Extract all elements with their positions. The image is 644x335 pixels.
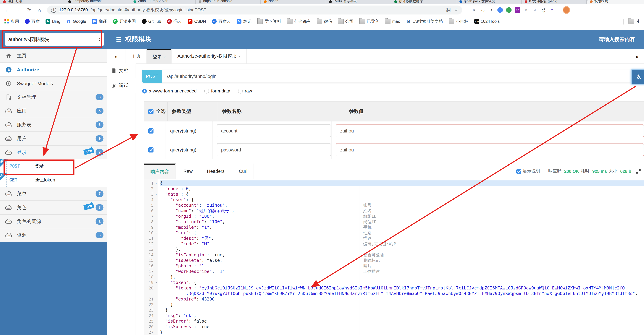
sidebar-endpoint-get[interactable]: NEWGET验证token — [0, 173, 107, 187]
bookmark-item[interactable]: 小目标 — [449, 18, 468, 24]
bookmark-overflow[interactable]: 其 — [623, 18, 640, 24]
tab-curl[interactable]: Curl — [233, 164, 254, 179]
line-number[interactable]: 3▾ — [144, 192, 158, 197]
profile-avatar[interactable] — [562, 6, 570, 14]
tab-response-content[interactable]: 响应内容 — [144, 164, 176, 179]
tab-debug[interactable]: 调试 — [107, 78, 140, 93]
line-number[interactable]: 18 — [144, 274, 158, 280]
radio-form-data[interactable]: form-data — [204, 88, 230, 94]
reload-icon[interactable]: ⟳ — [26, 7, 32, 13]
bookmark-item[interactable]: GitHub — [142, 19, 161, 24]
browser-tab[interactable]: Redis 命令参考 — [326, 0, 391, 4]
line-number[interactable]: 16 — [144, 263, 158, 269]
bookmark-item[interactable]: 微信 — [317, 18, 332, 24]
bookmark-item[interactable]: CCSDN — [188, 19, 206, 24]
down-arrow-extension-icon[interactable]: M — [532, 7, 538, 13]
fold-caret-icon[interactable]: ▾ — [156, 280, 157, 286]
bookmark-item[interactable]: bBing — [46, 19, 60, 24]
bookmark-item[interactable]: 应用 — [4, 18, 19, 24]
line-number[interactable]: 5 — [144, 202, 158, 208]
send-button[interactable]: 发 — [631, 69, 644, 84]
line-number[interactable]: 4▾ — [144, 197, 158, 202]
home-icon[interactable]: ⌂ — [36, 7, 42, 13]
bookmark-item[interactable]: C开源中国 — [112, 18, 136, 24]
tab-headers[interactable]: Headers — [201, 164, 231, 179]
browser-tab[interactable]: Temporary Interacti — [65, 0, 130, 4]
fold-caret-icon[interactable]: ▾ — [156, 197, 157, 203]
show-description-checkbox[interactable] — [516, 169, 521, 174]
row-checkbox[interactable] — [148, 128, 154, 133]
bookmark-item[interactable]: 百度 — [25, 18, 40, 24]
sidebar-item-swagger-models[interactable]: Swagger Models — [0, 76, 107, 90]
sidebar-item-资源[interactable]: 资源6 — [0, 228, 107, 242]
translate-icon[interactable]: 翻 — [446, 7, 451, 13]
site-info-icon[interactable]: i — [51, 8, 56, 12]
tab-raw[interactable]: Raw — [177, 164, 199, 179]
line-number[interactable]: 24 — [144, 313, 158, 318]
sidebar-item-服务表[interactable]: 服务表6 — [0, 118, 107, 132]
search-input[interactable]: 请输入搜索内容 — [599, 36, 635, 42]
sidebar-item-菜单[interactable]: 菜单7 — [0, 187, 107, 201]
bookmark-item[interactable]: ✎笔记 — [237, 18, 252, 24]
line-number[interactable]: 14 — [144, 252, 158, 258]
radio-x-www-form-urlencoded[interactable]: x-www-form-urlencoded — [142, 88, 196, 94]
bookmark-item[interactable]: GGoogle — [66, 19, 86, 24]
param-name-input[interactable]: password — [216, 143, 331, 156]
expand-tabs-icon[interactable]: » — [630, 49, 644, 64]
translate-en-extension-icon[interactable]: 英 — [489, 7, 494, 13]
line-number[interactable]: 23 — [144, 308, 158, 313]
param-value-input[interactable]: zuihou — [336, 143, 644, 156]
brackets-extension-icon[interactable]: {..} — [480, 7, 486, 13]
bookmark-item[interactable]: G码云 — [167, 18, 182, 24]
radio-raw[interactable]: raw — [238, 88, 252, 94]
forward-icon[interactable]: → — [15, 7, 21, 13]
bookmark-item[interactable]: 10 241024Tools — [474, 19, 500, 24]
page-extension-icon[interactable]: ▣ — [472, 7, 477, 13]
fold-caret-icon[interactable]: ▾ — [156, 230, 157, 236]
sidebar-item-文档管理[interactable]: 文档管理3 — [0, 90, 107, 104]
sidebar-endpoint-post[interactable]: NEWPOST登录 — [0, 160, 107, 173]
workspace-tab[interactable]: 登录× — [146, 49, 172, 64]
line-number[interactable] — [144, 291, 158, 296]
browser-tab[interactable]: 积分参数数据库 — [391, 0, 456, 4]
pinwheel-extension-icon[interactable]: ✻ — [549, 7, 555, 13]
sidebar-item-authorize[interactable]: Authorize — [0, 63, 107, 76]
line-number[interactable]: 25 — [144, 318, 158, 324]
gitzip-extension-icon[interactable]: Git zip — [540, 7, 546, 13]
sidebar-item-登录[interactable]: 登录NEW2 — [0, 146, 107, 160]
workspace-tab[interactable]: Authorize-authority-权限模块× — [172, 49, 247, 64]
sidebar-item-应用[interactable]: 应用5 — [0, 104, 107, 118]
bookmark-item[interactable]: ∞百度云 — [212, 18, 231, 24]
line-number[interactable]: 22 — [144, 302, 158, 308]
line-number[interactable]: 26 — [144, 324, 158, 330]
ring-extension-icon[interactable]: O — [523, 7, 529, 13]
bookmark-item[interactable]: 译翻译 — [92, 18, 107, 24]
line-number[interactable]: 20 — [144, 285, 158, 291]
line-number[interactable]: 13 — [144, 247, 158, 252]
select-all-checkbox[interactable] — [148, 109, 154, 114]
browser-tab[interactable]: https://b2b-console — [196, 0, 261, 4]
browser-tab[interactable]: Nacos — [261, 0, 326, 4]
bookmark-item[interactable]: 学习资料 — [257, 18, 281, 24]
line-number[interactable]: 12 — [144, 241, 158, 247]
browser-tab[interactable]: 注册/登录 — [0, 0, 65, 4]
browser-tab[interactable]: Zana - JumpServer — [130, 0, 196, 4]
line-number[interactable]: 9 — [144, 224, 158, 230]
sidebar-item-角色[interactable]: 角色NEW8 — [0, 201, 107, 214]
fullscreen-icon[interactable] — [636, 168, 641, 174]
response-body-editor[interactable]: 1▾23▾4▾5678910▾111213141516171819▾202122… — [144, 179, 644, 335]
fold-caret-icon[interactable]: ▾ — [156, 192, 157, 197]
bookmark-item[interactable]: ⌺ES搜索引擎文档 — [406, 18, 443, 24]
rp-extension-icon[interactable]: RP — [515, 7, 520, 13]
chrome-extension-icon[interactable] — [498, 7, 503, 13]
line-number[interactable]: 17 — [144, 269, 158, 274]
collapse-sidebar-icon[interactable]: « — [107, 49, 126, 64]
line-number[interactable]: 1▾ — [144, 180, 158, 186]
endpoint-path-input[interactable]: /api/authority/anno/login — [162, 70, 632, 83]
globe-extension-icon[interactable] — [506, 7, 512, 13]
workspace-tab[interactable]: 主页 — [126, 49, 146, 64]
back-icon[interactable]: ← — [4, 7, 10, 13]
tab-doc[interactable]: 文档 — [107, 64, 136, 78]
line-number[interactable]: 7 — [144, 214, 158, 219]
bookmark-star-icon[interactable]: ☆ — [454, 7, 458, 13]
